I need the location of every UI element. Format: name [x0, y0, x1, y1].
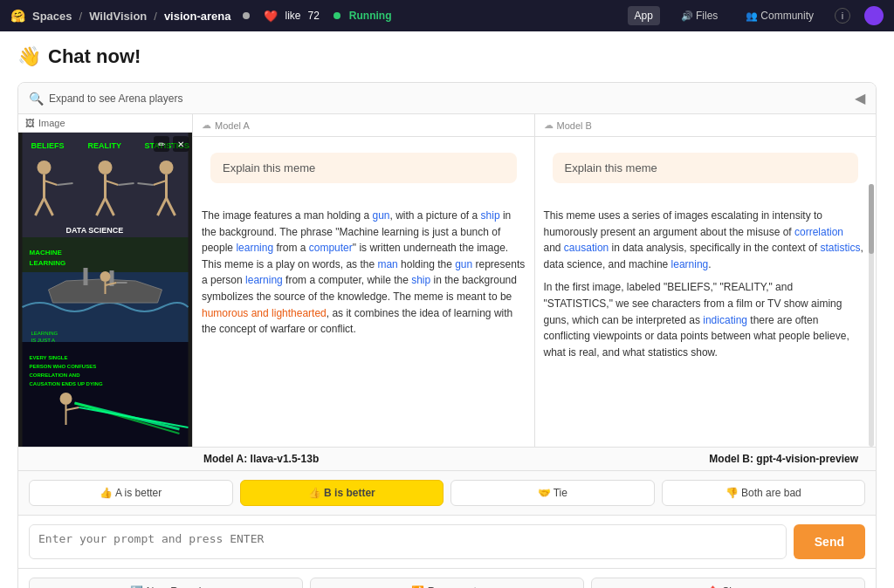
svg-text:BELIEFS: BELIEFS [31, 141, 65, 150]
model-b-icon: ☁ [544, 120, 554, 131]
edit-image-btn[interactable]: ✏ [154, 136, 169, 152]
arena-header: 🔍 Expand to see Arena players ◀ [18, 83, 876, 114]
highlight-man: man [377, 258, 397, 270]
model-a-prompt-text: Explain this meme [223, 161, 315, 174]
share-btn[interactable]: 📤 Share [591, 578, 865, 588]
svg-text:REALITY: REALITY [88, 141, 122, 150]
svg-point-4 [38, 161, 52, 174]
svg-text:LEARNING: LEARNING [30, 259, 66, 267]
expand-label[interactable]: Expand to see Arena players [49, 92, 182, 105]
svg-text:LEARNING: LEARNING [31, 331, 58, 336]
image-panel: 🖼 Image ✏ ✕ BELIEFS REALITY STATISTICS [18, 114, 193, 447]
model-b-response-p2: In the first image, labeled "BELIEFS," "… [544, 279, 864, 360]
scrollbar-thumb[interactable] [869, 184, 874, 254]
model-a-panel: ☁ Model A Explain this meme The image fe… [193, 114, 535, 447]
content-grid: 🖼 Image ✏ ✕ BELIEFS REALITY STATISTICS [18, 114, 876, 448]
model-name-left-spacer [29, 453, 203, 465]
nav-tab-files[interactable]: 🔊Files [674, 6, 725, 25]
heart-icon: ❤️ [264, 10, 278, 23]
heading-text: Chat now! [48, 45, 141, 68]
svg-text:PERSON WHO CONFUSES: PERSON WHO CONFUSES [30, 364, 97, 369]
vote-tie-btn[interactable]: 🤝 Tie [450, 480, 655, 506]
highlight-learning: learning [236, 242, 273, 254]
like-label: like [285, 10, 300, 22]
arena-header-left: 🔍 Expand to see Arena players [29, 92, 182, 106]
highlight-gun2: gun [455, 258, 472, 270]
model-b-header: ☁ Model B [535, 114, 877, 137]
nav-tab-app[interactable]: App [628, 6, 660, 25]
model-b-panel: ☁ Model B Explain this meme This meme us… [535, 114, 877, 447]
action-row: 🔄 New Round 🔁 Regenerate 📤 Share [18, 569, 876, 588]
svg-text:CORRELATION AND: CORRELATION AND [30, 373, 81, 378]
new-round-btn[interactable]: 🔄 New Round [29, 578, 303, 588]
regenerate-btn[interactable]: 🔁 Regenerate [310, 578, 584, 588]
spaces-icon: 🤗 [10, 9, 25, 23]
svg-text:DATA SCIENCE: DATA SCIENCE [66, 226, 124, 235]
svg-point-16 [160, 161, 174, 174]
input-row: Send [18, 516, 876, 569]
image-controls: ✏ ✕ [154, 136, 189, 152]
image-panel-header: 🖼 Image [18, 114, 192, 133]
highlight-causation: causation [564, 242, 609, 254]
running-status: Running [349, 10, 392, 22]
highlight-computer: computer [309, 242, 353, 254]
svg-point-10 [99, 161, 113, 174]
brand-label: Spaces [32, 10, 72, 23]
vote-row: 👍 A is better 👍 B is better 🤝 Tie 👎 Both… [18, 471, 876, 516]
highlight-humorous: humorous and lighthearted [202, 307, 327, 319]
highlight-stats: statistics [820, 242, 860, 254]
model-b-name: Model B: gpt-4-vision-preview [531, 453, 865, 465]
svg-text:MACHINE: MACHINE [30, 249, 63, 256]
like-count: 72 [308, 10, 320, 22]
image-label: Image [38, 118, 65, 128]
highlight-indicating: indicating [703, 314, 747, 326]
arena-container: 🔍 Expand to see Arena players ◀ 🖼 Image … [17, 82, 877, 588]
user-avatar[interactable] [864, 6, 884, 25]
more-btn[interactable]: i [835, 8, 850, 24]
model-b-prompt-text: Explain this meme [565, 161, 657, 174]
scrollbar-track[interactable] [869, 184, 874, 447]
model-a-response: The image features a man holding a gun, … [193, 199, 534, 426]
model-names-row: Model A: llava-v1.5-13b Model B: gpt-4-v… [18, 448, 876, 471]
model-b-user-bubble: Explain this meme [553, 153, 859, 183]
model-a-prompt-area: Explain this meme [193, 137, 534, 199]
svg-text:CAUSATION ENDS UP DYING: CAUSATION ENDS UP DYING [30, 381, 103, 386]
arena-collapse-btn[interactable]: ◀ [855, 90, 865, 106]
highlight-learning2: learning [245, 274, 283, 286]
model-a-response-p1: The image features a man holding a gun, … [202, 208, 526, 338]
meme-svg: BELIEFS REALITY STATISTICS [18, 133, 192, 447]
prompt-input[interactable] [29, 524, 787, 559]
repo-icon [243, 12, 250, 19]
nav-tab-community[interactable]: 👥Community [739, 6, 821, 25]
model-a-label: Model A [215, 120, 250, 131]
highlight-ml: learning [671, 258, 709, 270]
model-a-header: ☁ Model A [193, 114, 534, 137]
svg-point-45 [60, 393, 72, 405]
org-label: WildVision [89, 10, 147, 23]
heading-emoji: 👋 [17, 45, 41, 68]
close-image-btn[interactable]: ✕ [173, 136, 189, 152]
vote-a-better-btn[interactable]: 👍 A is better [29, 480, 233, 506]
navbar-right: App 🔊Files 👥Community i [628, 6, 884, 25]
navbar: 🤗 Spaces / WildVision / vision-arena ❤️ … [0, 0, 894, 31]
running-dot [334, 12, 340, 19]
vote-both-bad-btn[interactable]: 👎 Both are bad [662, 480, 866, 506]
highlight-correlation: correlation [794, 226, 843, 238]
model-b-prompt-area: Explain this meme [535, 137, 877, 199]
svg-point-29 [100, 271, 111, 282]
repo-label: vision-arena [164, 10, 231, 23]
page: 👋 Chat now! 🔍 Expand to see Arena player… [0, 31, 894, 588]
model-a-user-bubble: Explain this meme [210, 153, 517, 183]
model-a-icon: ☁ [202, 120, 211, 131]
highlight-ship: ship [481, 209, 500, 222]
vote-b-better-btn[interactable]: 👍 B is better [240, 480, 444, 506]
send-btn[interactable]: Send [794, 524, 865, 559]
model-b-response: This meme uses a series of images escala… [535, 199, 877, 426]
model-b-response-p1: This meme uses a series of images escala… [544, 208, 864, 272]
highlight-gun: gun [372, 209, 389, 222]
highlight-ship2: ship [411, 274, 430, 286]
svg-rect-27 [84, 268, 88, 285]
model-b-label: Model B [557, 120, 592, 131]
image-icon: 🖼 [25, 118, 35, 128]
meme-image: ✏ ✕ BELIEFS REALITY STATISTICS [18, 133, 192, 447]
